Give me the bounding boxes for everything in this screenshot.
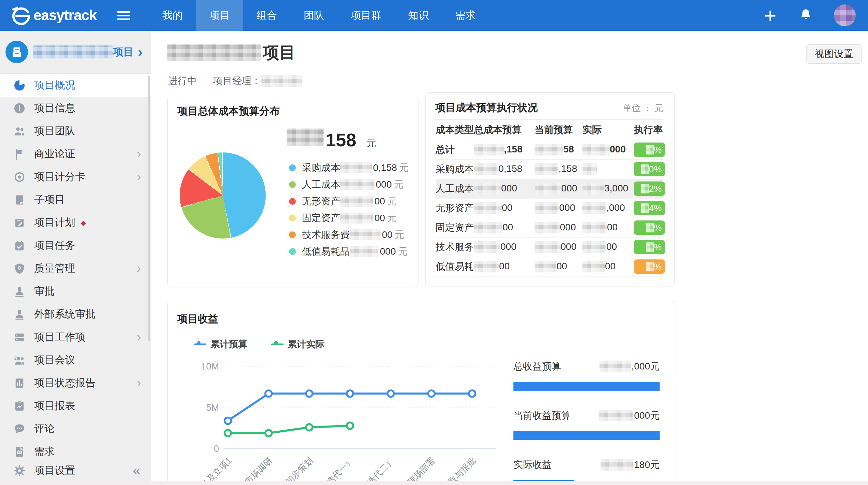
line-marker-icon [271, 341, 284, 348]
target-icon [13, 171, 26, 184]
card-title: 项目收益 [177, 312, 218, 326]
user-avatar[interactable] [834, 4, 856, 26]
project-switcher[interactable]: 项目 › [0, 31, 151, 73]
sidebar-item-overview[interactable]: 项目概况 [0, 74, 151, 97]
task-calendar-icon [13, 239, 26, 252]
sidebar-item-subproject[interactable]: 子项目 [0, 188, 151, 211]
status-badge: 进行中 [168, 75, 197, 87]
stamp-icon [13, 285, 26, 298]
requirement-doc-icon [13, 445, 26, 458]
legend-dot-icon [289, 215, 296, 221]
sidebar-item-info[interactable]: 项目信息 [0, 97, 151, 120]
cost-pie-chart[interactable] [180, 152, 266, 239]
nav-tab-demand[interactable]: 需求 [442, 0, 489, 31]
execution-rate-badge: 2% [634, 181, 665, 196]
execution-rate-badge: 0% [634, 162, 665, 176]
sidebar-item-tasks[interactable]: 项目任务 [0, 234, 151, 257]
total-cost-value: 158 元 [287, 129, 376, 150]
execution-rate-badge: % [634, 220, 665, 235]
nav-tab-program[interactable]: 项目群 [337, 0, 395, 31]
comment-bubble-icon [13, 422, 26, 435]
cost-distribution-card: 项目总体成本预算分布 158 元 采购成本 0,158元 人工成本 000元 无… [167, 96, 418, 287]
notifications-bell-icon[interactable] [799, 8, 813, 23]
card-title: 项目总体成本预算分布 [177, 104, 280, 118]
svg-text:0: 0 [214, 444, 219, 454]
manager-label: 项目经理： [213, 75, 261, 87]
project-status-row: 进行中 项目经理： [168, 75, 302, 87]
unit-label: 单位 ： 元 [623, 102, 663, 114]
nav-tab-my[interactable]: 我的 [149, 0, 196, 31]
legend-item[interactable]: 固定资产 00元 [289, 210, 396, 226]
project-expand-chevron-icon[interactable]: › [138, 44, 142, 60]
logo-text: easytrack [33, 7, 97, 24]
nav-tab-portfolio[interactable]: 组合 [243, 0, 290, 31]
team-icon [13, 125, 26, 138]
legend-item-actual[interactable]: 累计实际 [271, 338, 325, 350]
table-row[interactable]: 人工成本 000 000 3,000 2% [436, 179, 663, 199]
sidebar-item-comments[interactable]: 评论 [0, 417, 151, 440]
sidebar-item-business-case[interactable]: 商业论证 › [0, 143, 151, 165]
legend-item[interactable]: 技术服务费 00元 [289, 226, 396, 243]
legend-dot-icon [289, 181, 296, 188]
table-row[interactable]: 总计 ,158 58 000 % [436, 140, 663, 160]
sidebar-menu: 项目概况 项目信息 项目团队 商业论证 › [0, 74, 151, 460]
execution-rate-badge: % [634, 240, 665, 254]
sidebar-item-external-approval[interactable]: 外部系统审批 [0, 303, 151, 326]
chevron-right-icon: › [137, 170, 141, 184]
table-row[interactable]: 固定资产 00 000 00 % [436, 218, 663, 238]
sidebar-item-team[interactable]: 项目团队 [0, 120, 151, 143]
legend-item[interactable]: 人工成本 000元 [289, 176, 396, 193]
sidebar-item-quality[interactable]: 质量管理 › [0, 257, 151, 280]
shield-icon [13, 262, 26, 275]
primary-nav: 我的 项目 组合 团队 项目群 知识 需求 [149, 0, 489, 31]
legend-item[interactable]: 无形资产 00元 [289, 193, 396, 210]
execution-rate-badge: 4% [634, 201, 665, 215]
sidebar-item-workitems[interactable]: 项目工作项 › [0, 326, 151, 349]
project-sidebar: 项目 › 项目概况 项目信息 项目团队 [0, 31, 151, 485]
sidebar-item-reports[interactable]: 项目报表 [0, 394, 151, 417]
card-title: 项目成本预算执行状况 [435, 101, 538, 115]
income-line-chart[interactable]: 05M10M准备及立项1市场调研初步策划▒（迭代一）▒（迭代二）现场部署▒获取与… [168, 352, 509, 485]
nav-tab-knowledge[interactable]: 知识 [395, 0, 442, 31]
sidebar-item-settings[interactable]: 项目设置 « [0, 460, 151, 481]
menu-hamburger-icon[interactable] [117, 9, 130, 22]
sidebar-item-plan[interactable]: 项目计划 ◆ [0, 211, 151, 234]
legend-dot-icon [289, 198, 296, 205]
horizontal-scrollbar[interactable] [0, 481, 868, 485]
collapse-sidebar-icon[interactable]: « [133, 463, 140, 478]
stat-current-income-budget: 当前收益预算 000元 [513, 409, 660, 440]
top-navbar: easytrack 我的 项目 组合 团队 项目群 知识 需求 + [0, 0, 868, 31]
budget-execution-card: 项目成本预算执行状况 单位 ： 元 成本类型 总成本预算 当前预算 实际 执行率… [425, 92, 675, 286]
view-settings-button[interactable]: 视图设置 [806, 44, 862, 64]
easytrack-logo-icon [11, 5, 31, 25]
sidebar-item-requirements[interactable]: 需求 [0, 440, 151, 460]
app-logo[interactable]: easytrack [11, 5, 97, 25]
execution-rate-badge: % [634, 259, 665, 274]
table-header-row: 成本类型 总成本预算 当前预算 实际 执行率 [436, 120, 663, 140]
nav-tab-project[interactable]: 项目 [196, 0, 243, 31]
legend-dot-icon [289, 248, 296, 255]
sidebar-item-approval[interactable]: 审批 [0, 280, 151, 303]
chevron-right-icon: › [137, 261, 141, 276]
sidebar-item-status-report[interactable]: 项目状态报告 › [0, 372, 151, 394]
table-row[interactable]: 采购成本 0,158 ,158 0% [436, 160, 663, 179]
alert-diamond-icon: ◆ [81, 219, 86, 227]
legend-item[interactable]: 采购成本 0,158元 [289, 159, 396, 176]
income-stats: 总收益预算 ,000元 当前收益预算 000元 实际收益 180元 [513, 360, 660, 485]
legend-item-budget[interactable]: 累计预算 [194, 338, 247, 350]
chevron-right-icon: › [137, 330, 141, 345]
legend-item[interactable]: 低值易耗品 000元 [289, 243, 396, 260]
execution-rate-badge: % [634, 143, 665, 157]
table-row[interactable]: 技术服务费 000 000 00 % [436, 238, 663, 257]
income-chart-legend: 累计预算 累计实际 [194, 338, 348, 350]
nav-tab-team[interactable]: 团队 [290, 0, 337, 31]
create-plus-icon[interactable]: + [764, 5, 776, 26]
subproject-doc-icon [13, 193, 26, 206]
chevron-right-icon: › [137, 147, 141, 161]
flag-icon [13, 148, 26, 161]
sidebar-item-scorecard[interactable]: 项目计分卡 › [0, 165, 151, 188]
table-row[interactable]: 无形资产 00 000 ,000 4% [436, 199, 663, 218]
table-row[interactable]: 低值易耗品 00 00 00 % [436, 257, 663, 277]
sidebar-scrollbar[interactable] [148, 76, 150, 341]
sidebar-item-meetings[interactable]: 项目会议 [0, 349, 151, 372]
